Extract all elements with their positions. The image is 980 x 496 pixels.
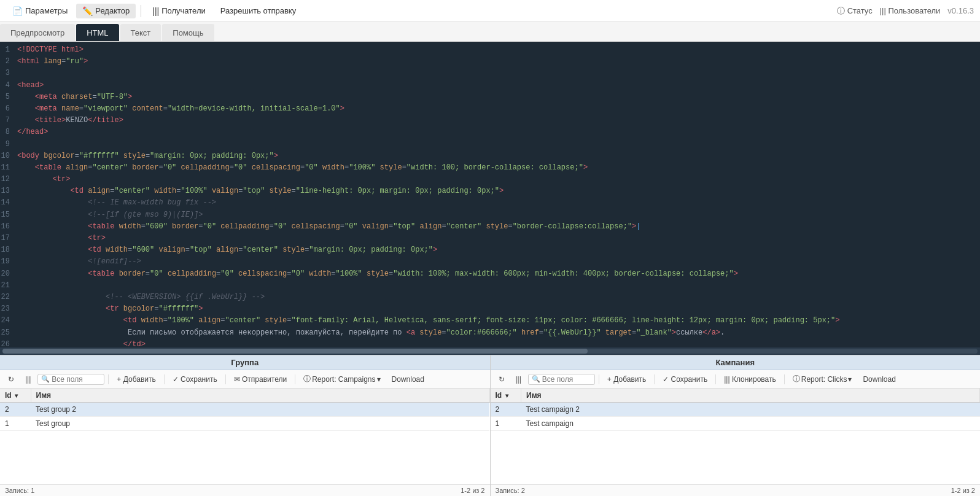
group-columns-button[interactable]: ||| bbox=[21, 374, 35, 385]
code-line: 1<!DOCTYPE html> bbox=[0, 44, 980, 56]
group-senders-button[interactable]: ✉ Отправители bbox=[230, 374, 291, 385]
code-line: 4<head> bbox=[0, 80, 980, 91]
campaign-table: Id ▾ Имя 2Test campaign 21Test campaign bbox=[491, 389, 981, 484]
code-line: 5 <meta charset="UTF-8"> bbox=[0, 91, 980, 103]
dropdown-arrow-icon: ▾ bbox=[377, 375, 381, 384]
group-add-button[interactable]: + Добавить bbox=[112, 374, 160, 385]
campaign-info-icon: ⓘ bbox=[793, 374, 800, 384]
line-content: <!--[if (gte mso 9)|(IE)]> bbox=[17, 209, 203, 221]
scrollbar-thumb[interactable] bbox=[2, 349, 588, 354]
line-content: <meta name="viewport" content="width=dev… bbox=[17, 103, 344, 115]
group-search-input[interactable] bbox=[52, 375, 101, 384]
nav-recipients[interactable]: ||| Получатели bbox=[146, 4, 211, 18]
table-row[interactable]: 2Test group 2 bbox=[0, 403, 489, 417]
tab-preview[interactable]: Предпросмотр bbox=[0, 24, 75, 41]
campaign-col-id[interactable]: Id ▾ bbox=[491, 389, 521, 403]
nav-send-label: Разрешить отправку bbox=[220, 6, 296, 15]
sep-3 bbox=[225, 374, 226, 384]
users-label[interactable]: ||| Пользователи bbox=[880, 6, 941, 15]
tab-text[interactable]: Текст bbox=[120, 24, 161, 41]
cell-id: 2 bbox=[491, 403, 521, 417]
line-number: 10 bbox=[0, 150, 17, 162]
csep-1 bbox=[599, 374, 599, 384]
sort-arrow-id: ▾ bbox=[15, 392, 18, 399]
code-line: 21 bbox=[0, 280, 980, 292]
group-save-button[interactable]: ✓ Сохранить bbox=[168, 374, 222, 385]
code-line: 18 <td width="600" valign="top" align="c… bbox=[0, 244, 980, 256]
nav-params[interactable]: 📄 Параметры bbox=[6, 4, 74, 18]
cell-name: Test group 2 bbox=[31, 403, 489, 417]
group-col-name[interactable]: Имя bbox=[31, 389, 489, 403]
line-number: 24 bbox=[0, 315, 17, 327]
code-line: 15 <!--[if (gte mso 9)|(IE)]> bbox=[0, 209, 980, 221]
line-content: <table border="0" cellpadding="0" cellsp… bbox=[17, 268, 738, 280]
group-download-button[interactable]: Download bbox=[387, 374, 429, 385]
campaign-columns-button[interactable]: ||| bbox=[511, 374, 526, 385]
line-number: 25 bbox=[0, 327, 17, 339]
line-number: 3 bbox=[0, 68, 17, 79]
campaign-search-icon: 🔍 bbox=[532, 375, 540, 383]
campaign-panel-header: Кампания bbox=[491, 355, 981, 370]
campaign-add-button[interactable]: + Добавить bbox=[603, 374, 650, 385]
line-number: 5 bbox=[0, 91, 17, 103]
tab-html[interactable]: HTML bbox=[76, 24, 119, 41]
line-content: <!-- IE max-width bug fix --> bbox=[17, 197, 216, 209]
table-row[interactable]: 1Test group bbox=[0, 417, 489, 431]
columns-icon: ||| bbox=[25, 375, 31, 384]
code-line: 14 <!-- IE max-width bug fix --> bbox=[0, 197, 980, 209]
line-number: 16 bbox=[0, 221, 17, 233]
line-number: 8 bbox=[0, 126, 17, 138]
campaign-search[interactable]: 🔍 bbox=[528, 374, 595, 385]
line-number: 20 bbox=[0, 268, 17, 280]
campaign-search-input[interactable] bbox=[542, 375, 591, 384]
group-search[interactable]: 🔍 bbox=[37, 374, 104, 385]
code-line: 2<html lang="ru"> bbox=[0, 56, 980, 68]
top-nav: 📄 Параметры ✏️ Редактор ||| Получатели Р… bbox=[0, 0, 980, 22]
code-line: 19 <![endif]--> bbox=[0, 256, 980, 268]
tab-help[interactable]: Помощь bbox=[162, 24, 214, 41]
line-content: <body bgcolor="#ffffff" style="margin: 0… bbox=[17, 150, 278, 162]
line-content: <table align="center" border="0" cellpad… bbox=[17, 162, 588, 174]
line-content: <title>KENZO</title> bbox=[17, 115, 123, 126]
campaign-refresh-button[interactable]: ↻ bbox=[494, 374, 509, 385]
info-icon: ⓘ bbox=[303, 374, 311, 384]
table-row[interactable]: 2Test campaign 2 bbox=[491, 403, 980, 417]
code-scrollbar[interactable] bbox=[0, 347, 980, 355]
campaign-report-button[interactable]: ⓘ Report: Clicks ▾ bbox=[788, 373, 857, 386]
line-number: 21 bbox=[0, 280, 17, 292]
group-col-id[interactable]: Id ▾ bbox=[0, 389, 31, 403]
line-number: 11 bbox=[0, 162, 17, 174]
line-content: <td align="center" width="100%" valign="… bbox=[17, 185, 504, 197]
code-line: 8</head> bbox=[0, 126, 980, 138]
sep-4 bbox=[295, 374, 295, 384]
line-content: <![endif]--> bbox=[17, 256, 141, 268]
nav-editor[interactable]: ✏️ Редактор bbox=[76, 4, 136, 18]
campaign-clone-button[interactable]: ||| Клонировать bbox=[720, 374, 780, 385]
line-content: <td width="100%" align="center" style="f… bbox=[17, 315, 839, 327]
group-refresh-button[interactable]: ↻ bbox=[4, 374, 18, 385]
line-number: 23 bbox=[0, 303, 17, 315]
line-content: Если письмо отображается некорректно, по… bbox=[17, 327, 725, 339]
status-label[interactable]: ⓘ Статус bbox=[837, 6, 873, 17]
code-line: 17 <tr> bbox=[0, 233, 980, 244]
code-line: 16 <table width="600" border="0" cellpad… bbox=[0, 221, 980, 233]
campaign-data-table: Id ▾ Имя 2Test campaign 21Test campaign bbox=[491, 389, 981, 431]
campaign-download-button[interactable]: Download bbox=[858, 374, 900, 385]
campaign-dropdown-icon: ▾ bbox=[848, 375, 852, 384]
line-number: 26 bbox=[0, 339, 17, 347]
code-content[interactable]: 1<!DOCTYPE html>2<html lang="ru">34<head… bbox=[0, 42, 980, 347]
code-editor[interactable]: 1<!DOCTYPE html>2<html lang="ru">34<head… bbox=[0, 42, 980, 355]
code-line: 11 <table align="center" border="0" cell… bbox=[0, 162, 980, 174]
bottom-panels: Группа ↻ ||| 🔍 + Добавить ✓ Сохранить ✉ bbox=[0, 355, 980, 496]
campaign-col-name[interactable]: Имя bbox=[521, 389, 980, 403]
line-number: 17 bbox=[0, 233, 17, 244]
recipients-icon: ||| bbox=[152, 6, 159, 16]
line-content: <meta charset="UTF-8"> bbox=[17, 91, 132, 103]
line-number: 2 bbox=[0, 56, 17, 68]
group-report-button[interactable]: ⓘ Report: Campaigns ▾ bbox=[299, 373, 384, 386]
table-row[interactable]: 1Test campaign bbox=[491, 417, 980, 431]
line-number: 4 bbox=[0, 80, 17, 91]
line-content: <html lang="ru"> bbox=[17, 56, 88, 68]
nav-send[interactable]: Разрешить отправку bbox=[214, 4, 302, 18]
campaign-save-button[interactable]: ✓ Сохранить bbox=[658, 374, 712, 385]
